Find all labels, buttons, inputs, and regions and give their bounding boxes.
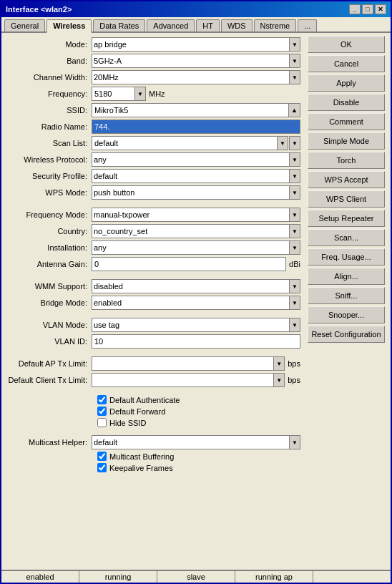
frequency-input[interactable]	[92, 87, 134, 101]
sniff-button[interactable]: Sniff...	[308, 287, 385, 304]
default-forward-checkbox[interactable]	[97, 407, 107, 416]
align-button[interactable]: Align...	[308, 268, 385, 285]
content-area: Mode: ap bridge ▼ Band: 5GHz-A ▼	[1, 33, 391, 570]
multicast-buffering-label: Multicast Buffering	[109, 452, 174, 461]
torch-button[interactable]: Torch	[308, 152, 385, 169]
default-forward-label: Default Forward	[109, 407, 165, 416]
scan-list-expand-btn[interactable]: ▼	[289, 136, 300, 150]
radio-name-input[interactable]	[92, 120, 300, 134]
scan-list-dropdown-btn[interactable]: ▼	[277, 136, 288, 150]
wmm-support-label: WMM Support:	[6, 282, 92, 291]
reset-configuration-button[interactable]: Reset Configuration	[308, 326, 385, 343]
hide-ssid-checkbox[interactable]	[97, 418, 107, 427]
cancel-button[interactable]: Cancel	[308, 55, 385, 72]
default-forward-row: Default Forward	[6, 407, 300, 416]
tab-more[interactable]: ...	[298, 19, 317, 31]
mode-select[interactable]: ap bridge	[92, 37, 300, 52]
minimize-button[interactable]: _	[349, 4, 361, 14]
vlan-mode-select[interactable]: use tag	[92, 318, 300, 332]
wmm-support-select[interactable]: disabled	[92, 279, 300, 293]
mode-label: Mode:	[6, 40, 92, 49]
wps-accept-button[interactable]: WPS Accept	[308, 171, 385, 188]
spacer-6	[6, 429, 300, 435]
vlan-id-row: VLAN ID:	[6, 334, 300, 349]
tab-advanced[interactable]: Advanced	[147, 19, 195, 31]
multicast-buffering-row: Multicast Buffering	[6, 452, 300, 461]
maximize-button[interactable]: □	[362, 4, 373, 14]
radio-name-row: Radio Name:	[6, 120, 300, 134]
vlan-id-input[interactable]	[92, 334, 300, 349]
installation-select[interactable]: any	[92, 240, 300, 255]
simple-mode-button[interactable]: Simple Mode	[308, 132, 385, 150]
status-running-ap: running ap	[235, 571, 313, 583]
wireless-protocol-label: Wireless Protocol:	[6, 155, 92, 164]
default-ap-tx-limit-wrap: ▼	[92, 356, 285, 371]
setup-repeater-button[interactable]: Setup Repeater	[308, 210, 385, 227]
bridge-mode-select[interactable]: enabled	[92, 296, 300, 310]
close-button[interactable]: ✕	[375, 4, 386, 14]
default-ap-tx-limit-input[interactable]	[92, 356, 273, 371]
default-client-tx-limit-wrap: ▼	[92, 373, 285, 387]
hide-ssid-label: Hide SSID	[109, 419, 146, 427]
wps-client-button[interactable]: WPS Client	[308, 190, 385, 208]
tab-general[interactable]: General	[4, 19, 45, 31]
country-select[interactable]: no_country_set	[92, 224, 300, 238]
ssid-label: SSID:	[6, 106, 92, 115]
bridge-mode-select-wrapper: enabled ▼	[92, 296, 300, 310]
tab-wireless[interactable]: Wireless	[46, 19, 92, 33]
multicast-helper-select[interactable]: default	[92, 435, 300, 449]
spacer-3	[6, 312, 300, 318]
keepalive-frames-checkbox[interactable]	[97, 463, 107, 472]
tab-wds[interactable]: WDS	[221, 19, 253, 31]
ssid-expand-btn[interactable]: ▲	[289, 103, 300, 117]
ssid-input[interactable]	[92, 103, 289, 117]
freq-usage-button[interactable]: Freq. Usage...	[308, 248, 385, 266]
wireless-protocol-select[interactable]: any	[92, 152, 300, 167]
security-profile-row: Security Profile: default ▼	[6, 169, 300, 183]
default-authenticate-checkbox[interactable]	[97, 395, 107, 404]
default-ap-tx-limit-unit: bps	[288, 359, 300, 368]
multicast-buffering-checkbox[interactable]	[97, 452, 107, 461]
frequency-mode-select-wrapper: manual-txpower ▼	[92, 208, 300, 222]
band-row: Band: 5GHz-A ▼	[6, 54, 300, 68]
wmm-support-row: WMM Support: disabled ▼	[6, 279, 300, 293]
snooper-button[interactable]: Snooper...	[308, 306, 385, 323]
vlan-mode-select-wrapper: use tag ▼	[92, 318, 300, 332]
default-client-tx-limit-unit: bps	[288, 376, 300, 384]
vlan-id-label: VLAN ID:	[6, 337, 92, 346]
security-profile-select[interactable]: default	[92, 169, 300, 183]
antenna-gain-unit: dBi	[289, 260, 300, 268]
default-client-tx-limit-input[interactable]	[92, 373, 273, 387]
disable-button[interactable]: Disable	[308, 94, 385, 111]
main-window: Interface <wlan2> _ □ ✕ General Wireless…	[0, 0, 392, 584]
ssid-row: SSID: ▲	[6, 103, 300, 117]
comment-button[interactable]: Comment	[308, 113, 385, 130]
mode-row: Mode: ap bridge ▼	[6, 37, 300, 52]
channel-width-select[interactable]: 20MHz	[92, 70, 300, 84]
frequency-dropdown-btn[interactable]: ▼	[134, 87, 146, 101]
tab-ht[interactable]: HT	[196, 19, 220, 31]
default-ap-tx-limit-row: Default AP Tx Limit: ▼ bps	[6, 356, 300, 371]
frequency-mode-select[interactable]: manual-txpower	[92, 208, 300, 222]
wireless-protocol-select-wrapper: any ▼	[92, 152, 300, 167]
apply-button[interactable]: Apply	[308, 74, 385, 92]
tab-nstreme[interactable]: Nstreme	[254, 19, 297, 31]
status-enabled: enabled	[1, 571, 79, 583]
default-client-tx-limit-arrow[interactable]: ▼	[273, 373, 285, 387]
antenna-gain-input[interactable]	[92, 257, 286, 271]
frequency-mode-row: Frequency Mode: manual-txpower ▼	[6, 208, 300, 222]
scan-button[interactable]: Scan...	[308, 229, 385, 246]
default-authenticate-row: Default Authenticate	[6, 395, 300, 404]
wps-mode-select[interactable]: push button	[92, 185, 300, 200]
band-select[interactable]: 5GHz-A	[92, 54, 300, 68]
frequency-mode-label: Frequency Mode:	[6, 210, 92, 219]
tab-data-rates[interactable]: Data Rates	[93, 19, 145, 31]
keepalive-frames-row: Keepalive Frames	[6, 463, 300, 472]
scan-list-input[interactable]	[92, 136, 277, 150]
radio-name-label: Radio Name:	[6, 122, 92, 131]
channel-width-select-wrapper: 20MHz ▼	[92, 70, 300, 84]
ok-button[interactable]: OK	[308, 36, 385, 53]
scan-list-input-wrap: ▼	[92, 136, 288, 150]
channel-width-label: Channel Width:	[6, 73, 92, 82]
default-ap-tx-limit-arrow[interactable]: ▼	[273, 356, 285, 371]
